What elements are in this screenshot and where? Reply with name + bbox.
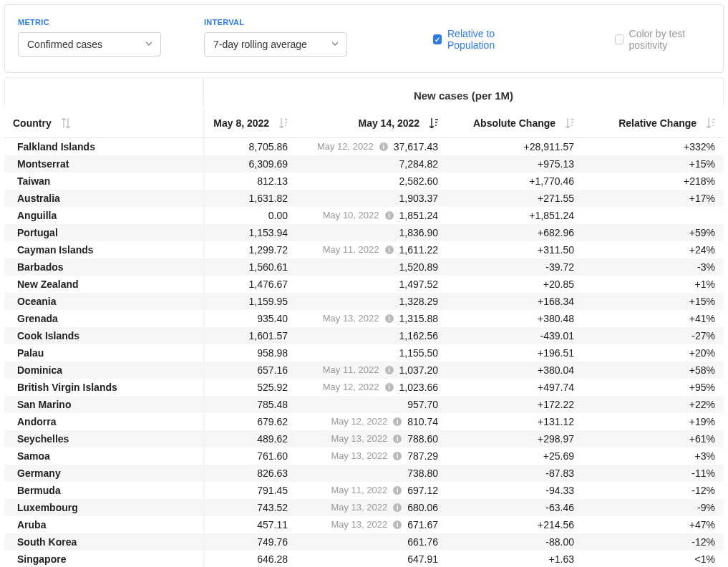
country-cell[interactable]: Singapore <box>4 551 203 567</box>
sort-desc-icon <box>429 118 438 130</box>
relative-to-population-checkbox[interactable] <box>433 34 442 44</box>
sort-desc-icon <box>566 118 574 130</box>
country-cell[interactable]: British Virgin Islands <box>4 379 203 396</box>
date-note: May 12, 2022 <box>323 382 379 392</box>
header-absolute-change[interactable]: Absolute Change <box>447 107 583 137</box>
relative-change-cell: +22% <box>583 396 724 413</box>
info-icon[interactable]: i <box>393 417 402 426</box>
country-cell[interactable]: Andorra <box>4 413 203 430</box>
may14-cell: May 10, 2022i1,851.24 <box>296 207 447 224</box>
info-icon[interactable]: i <box>393 503 402 512</box>
relative-change-cell: +19% <box>583 413 724 430</box>
may8-cell: 489.62 <box>203 430 296 447</box>
may14-cell: May 13, 2022i787.29 <box>296 447 447 465</box>
may14-cell: 1,162.56 <box>296 327 447 344</box>
may14-value: 671.67 <box>407 519 438 530</box>
metric-select[interactable]: Confirmed cases <box>18 32 161 57</box>
may14-value: 1,851.24 <box>399 210 439 221</box>
country-cell[interactable]: San Marino <box>4 396 203 413</box>
color-by-test-positivity-checkbox[interactable] <box>615 34 623 44</box>
table-row: Germany826.63738.80-87.83-11% <box>4 465 724 482</box>
header-may8[interactable]: May 8, 2022 <box>203 107 296 137</box>
country-cell[interactable]: Taiwan <box>4 173 203 190</box>
absolute-change-cell: +298.97 <box>447 430 583 447</box>
info-icon[interactable]: i <box>393 435 402 443</box>
country-cell[interactable]: Montserrat <box>4 155 203 173</box>
interval-label: INTERVAL <box>204 18 347 26</box>
country-cell[interactable]: Falkland Islands <box>4 137 203 155</box>
relative-change-cell: -11% <box>583 465 724 482</box>
absolute-change-cell: +975.13 <box>447 155 583 173</box>
table-row: Luxembourg743.52May 13, 2022i680.06-63.4… <box>4 499 724 516</box>
country-cell[interactable]: Dominica <box>4 362 203 379</box>
may8-cell: 791.45 <box>203 482 296 499</box>
may14-cell: 1,155.50 <box>296 344 447 362</box>
info-icon[interactable]: i <box>385 246 394 254</box>
info-icon[interactable]: i <box>379 142 388 151</box>
country-cell[interactable]: Cayman Islands <box>4 241 203 258</box>
info-icon[interactable]: i <box>385 383 394 392</box>
country-cell[interactable]: Anguilla <box>4 207 203 224</box>
absolute-change-cell: +28,911.57 <box>447 137 583 155</box>
table-row: Andorra679.62May 12, 2022i810.74+131.12+… <box>4 413 724 430</box>
relative-to-population-checkbox-group[interactable]: Relative to Population <box>433 28 529 57</box>
info-icon[interactable]: i <box>385 211 394 220</box>
info-icon[interactable]: i <box>393 486 402 495</box>
relative-change-cell: +1% <box>583 276 724 293</box>
date-note: May 13, 2022 <box>331 519 387 530</box>
absolute-change-cell: -439.01 <box>447 327 583 344</box>
date-note: May 13, 2022 <box>323 313 379 324</box>
country-cell[interactable]: Barbados <box>4 258 203 276</box>
may14-value: 1,023.66 <box>399 382 439 393</box>
country-cell[interactable]: Seychelles <box>4 430 203 447</box>
table-row: San Marino785.48957.70+172.22+22% <box>4 396 724 413</box>
relative-to-population-label: Relative to Population <box>447 28 529 51</box>
controls-panel: METRIC Confirmed cases INTERVAL 7-day ro… <box>4 4 724 73</box>
info-icon[interactable]: i <box>393 520 402 529</box>
chevron-down-icon <box>331 39 339 50</box>
table-row: Falkland Islands8,705.86May 12, 2022i37,… <box>4 137 724 155</box>
may8-cell: 743.52 <box>203 499 296 516</box>
country-cell[interactable]: Grenada <box>4 310 203 327</box>
header-country[interactable]: Country <box>4 107 203 137</box>
header-relative-change[interactable]: Relative Change <box>583 107 724 137</box>
relative-change-cell: +47% <box>583 516 724 533</box>
absolute-change-cell: +271.55 <box>447 190 583 207</box>
country-cell[interactable]: Samoa <box>4 447 203 465</box>
may8-cell: 761.60 <box>203 447 296 465</box>
color-by-test-positivity-checkbox-group[interactable]: Color by test positivity <box>615 28 710 57</box>
country-cell[interactable]: Luxembourg <box>4 499 203 516</box>
absolute-change-cell: -39.72 <box>447 258 583 276</box>
header-rel-label: Relative Change <box>618 117 697 129</box>
may8-cell: 1,476.67 <box>203 276 296 293</box>
may14-cell: May 13, 2022i1,315.88 <box>296 310 447 327</box>
header-may14-label: May 14, 2022 <box>358 117 419 129</box>
country-cell[interactable]: Bermuda <box>4 482 203 499</box>
may8-cell: 0.00 <box>203 207 296 224</box>
info-icon[interactable]: i <box>385 366 394 374</box>
info-icon[interactable]: i <box>393 452 402 460</box>
header-country-label: Country <box>13 117 52 129</box>
header-may14[interactable]: May 14, 2022 <box>296 107 447 137</box>
absolute-change-cell: +497.74 <box>447 379 583 396</box>
country-cell[interactable]: Germany <box>4 465 203 482</box>
country-cell[interactable]: Oceania <box>4 293 203 310</box>
country-cell[interactable]: New Zealand <box>4 276 203 293</box>
country-cell[interactable]: Cook Islands <box>4 327 203 344</box>
may14-value: 1,315.88 <box>399 313 439 324</box>
info-icon[interactable]: i <box>385 314 394 323</box>
may14-cell: 1,903.37 <box>296 190 447 207</box>
country-cell[interactable]: Australia <box>4 190 203 207</box>
country-cell[interactable]: Portugal <box>4 224 203 241</box>
country-cell[interactable]: Palau <box>4 344 203 362</box>
may14-cell: 1,836.90 <box>296 224 447 241</box>
may8-cell: 6,309.69 <box>203 155 296 173</box>
country-cell[interactable]: Aruba <box>4 516 203 533</box>
table-row: Dominica657.16May 11, 2022i1,037.20+380.… <box>4 362 724 379</box>
table-row: Singapore646.28647.91+1.63<1% <box>4 551 724 567</box>
may14-value: 1,037.20 <box>399 364 439 376</box>
table-row: Anguilla0.00May 10, 2022i1,851.24+1,851.… <box>4 207 724 224</box>
interval-select[interactable]: 7-day rolling average <box>204 32 347 57</box>
table-row: Montserrat6,309.697,284.82+975.13+15% <box>4 155 724 173</box>
country-cell[interactable]: South Korea <box>4 533 203 551</box>
